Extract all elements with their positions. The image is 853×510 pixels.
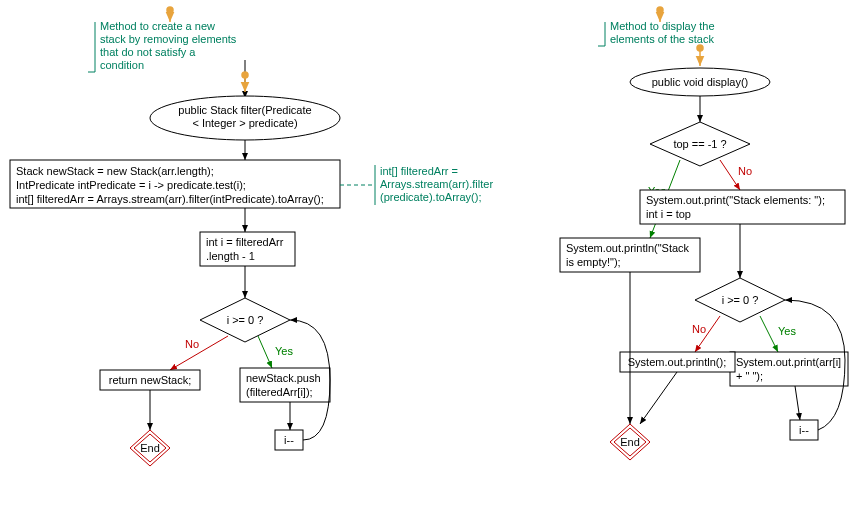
svg-text:Yes: Yes [275,345,293,357]
svg-text:No: No [738,165,752,177]
svg-text:End: End [140,442,160,454]
left-comment: Method to create a new stack by removing… [88,20,237,72]
svg-text:condition: condition [100,59,144,71]
svg-text:top == -1 ?: top == -1 ? [673,138,726,150]
svg-text:int i = filteredArr: int i = filteredArr [206,236,284,248]
svg-text:int[] filteredArr =: int[] filteredArr = [380,165,458,177]
svg-text:System.out.println("Stack: System.out.println("Stack [566,242,690,254]
svg-text:System.out.print(arr[i]: System.out.print(arr[i] [736,356,841,368]
flowchart-canvas: Method to create a new stack by removing… [0,0,853,510]
svg-text:int[] filteredArr = Arrays.str: int[] filteredArr = Arrays.stream(arr).f… [16,193,324,205]
svg-text:(filteredArr[i]);: (filteredArr[i]); [246,386,313,398]
svg-text:i >= 0 ?: i >= 0 ? [722,294,759,306]
left-flowchart: Method to create a new stack by removing… [10,10,493,466]
svg-text:Yes: Yes [778,325,796,337]
left-end: End [130,430,170,466]
svg-text:No: No [692,323,706,335]
svg-text:+ " ");: + " "); [736,370,763,382]
svg-text:stack by removing elements: stack by removing elements [100,33,237,45]
svg-text:that do not satisfy a: that do not satisfy a [100,46,196,58]
right-flowchart: Method to display the elements of the st… [560,10,848,460]
svg-text:< Integer > predicate): < Integer > predicate) [192,117,297,129]
left-side-comment: int[] filteredArr = Arrays.stream(arr).f… [375,165,493,205]
svg-text:.length - 1: .length - 1 [206,250,255,262]
svg-text:i--: i-- [799,424,809,436]
svg-text:System.out.println();: System.out.println(); [628,356,726,368]
svg-text:Method to display the: Method to display the [610,20,715,32]
svg-text:return newStack;: return newStack; [109,374,192,386]
svg-text:(predicate).toArray();: (predicate).toArray(); [380,191,481,203]
svg-text:No: No [185,338,199,350]
svg-text:i--: i-- [284,434,294,446]
svg-text:i >= 0 ?: i >= 0 ? [227,314,264,326]
svg-text:int i = top: int i = top [646,208,691,220]
svg-text:Arrays.stream(arr).filter: Arrays.stream(arr).filter [380,178,493,190]
svg-text:Stack newStack = new Stack(arr: Stack newStack = new Stack(arr.length); [16,165,214,177]
svg-text:public void display(): public void display() [652,76,749,88]
svg-text:End: End [620,436,640,448]
svg-text:IntPredicate intPredicate = i : IntPredicate intPredicate = i -> predica… [16,179,246,191]
right-comment: Method to display the elements of the st… [598,20,715,46]
svg-text:elements of the stack: elements of the stack [610,33,714,45]
svg-text:public Stack filter(Predicate: public Stack filter(Predicate [178,104,311,116]
right-end: End [610,424,650,460]
svg-text:System.out.print("Stack elemen: System.out.print("Stack elements: "); [646,194,825,206]
svg-text:Method to create a new: Method to create a new [100,20,215,32]
svg-text:is empty!");: is empty!"); [566,256,621,268]
svg-text:newStack.push: newStack.push [246,372,321,384]
